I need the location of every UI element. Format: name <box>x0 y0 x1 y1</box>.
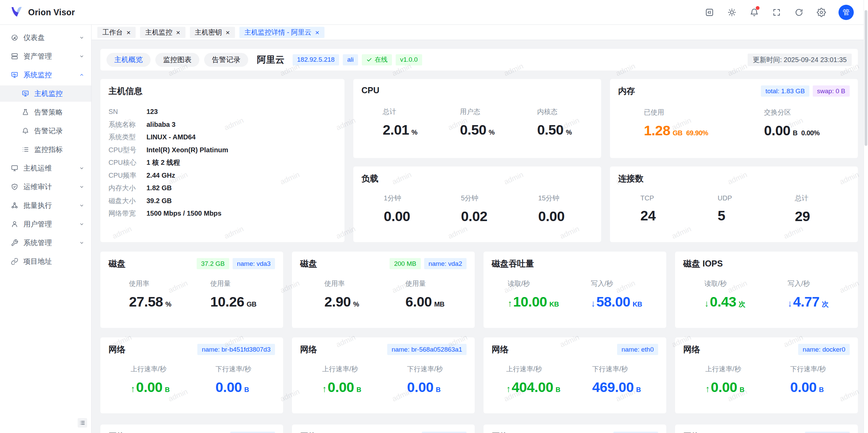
stat-label: 上行速率/秒 <box>322 365 361 374</box>
card-title: 网络 <box>108 431 125 433</box>
notifications-bell-icon[interactable] <box>747 5 761 19</box>
network-grid: 网络name: br-b451fd3807d3上行速率/秒↑0.00B下行速率/… <box>100 337 858 413</box>
sidebar-subitem[interactable]: 监控指标 <box>0 141 91 158</box>
disk-vda2-card: 磁盘200 MBname: vda2使用率2.90%使用量6.00MB <box>292 252 475 328</box>
stat-block: 内核态0.50% <box>537 107 572 138</box>
tab[interactable]: 主机密钥× <box>190 27 235 38</box>
chevron-down-icon <box>79 240 84 245</box>
sidebar-item[interactable]: 批量执行 <box>0 197 91 214</box>
stat: 读取/秒↑10.00KB <box>492 279 575 310</box>
scrollbar-track <box>864 0 868 433</box>
tab[interactable]: 工作台× <box>97 27 136 38</box>
stat-unit: B <box>165 386 170 394</box>
stat-block: 读取/秒↓0.43次 <box>705 279 745 310</box>
sidebar-collapse-button[interactable] <box>78 418 87 428</box>
sidebar-subitem[interactable]: 告警策略 <box>0 104 91 120</box>
arrow-up-icon: ↑ <box>131 384 135 394</box>
stat-number: 0.00 <box>711 379 737 395</box>
tab[interactable]: 主机监控× <box>140 27 185 38</box>
card-stats: 已使用1.28GB69.90%交换分区0.00B0.00% <box>618 97 850 152</box>
code-square-icon[interactable] <box>702 5 716 19</box>
card-badge <box>422 432 467 433</box>
tab-close-icon[interactable]: × <box>176 29 180 36</box>
stat-number: 24 <box>640 208 656 224</box>
stat-number: 4.77 <box>793 294 820 310</box>
brand[interactable]: Orion Visor <box>10 5 75 19</box>
stat: 已使用1.28GB69.90% <box>618 108 734 139</box>
avatar[interactable]: 管 <box>839 5 854 20</box>
host-info-row: SN123 <box>108 105 336 118</box>
stat-unit: B <box>555 386 560 394</box>
host-info-value: LINUX - AMD64 <box>146 133 196 141</box>
stat-unit: % <box>353 300 359 308</box>
tab-label: 工作台 <box>102 28 123 37</box>
settings-gear-icon[interactable] <box>814 5 828 19</box>
host-info-rows: SN123系统名称alibaba 3系统类型LINUX - AMD64CPU型号… <box>108 105 336 220</box>
tabbar: 工作台×主机监控×主机密钥×主机监控详情 - 阿里云× <box>92 25 868 40</box>
host-info-value: 39.2 GB <box>146 197 172 205</box>
load-card: 负载1分钟0.005分钟0.0215分钟0.00 <box>353 166 601 242</box>
disk-grid: 磁盘37.2 GBname: vda3使用率27.58%使用量10.26GB磁盘… <box>100 252 858 328</box>
sidebar-item[interactable]: 仪表盘 <box>0 29 91 46</box>
stat-number: 6.00 <box>406 294 432 310</box>
tab-close-icon[interactable]: × <box>315 29 319 36</box>
sidebar-subitem[interactable]: 主机监控 <box>0 85 91 102</box>
sidebar-item-label: 批量执行 <box>23 201 52 210</box>
flask-icon <box>22 109 29 116</box>
card-head: 磁盘吞吐量 <box>492 258 658 269</box>
stat-block: 交换分区0.00B0.00% <box>764 108 820 139</box>
sidebar-item[interactable]: 系统监控 <box>0 67 91 83</box>
stat-label: 上行速率/秒 <box>705 365 744 374</box>
arrow-up-icon: ↑ <box>322 384 327 394</box>
card-head: 网络name: br-568a052863a1 <box>300 344 467 355</box>
stat: 下行速率/秒0.00B <box>767 365 850 395</box>
fullscreen-icon[interactable] <box>769 5 784 19</box>
stat-number: 0.43 <box>710 294 736 310</box>
stat-value: ↑0.00B <box>322 379 361 395</box>
sidebar-item[interactable]: 项目地址 <box>0 253 91 270</box>
card-stats: 总计2.01%用户态0.50%内核态0.50% <box>361 95 593 152</box>
view-tab-alerts[interactable]: 告警记录 <box>204 53 248 67</box>
notification-dot <box>756 6 760 10</box>
stat: 交换分区0.00B0.00% <box>734 108 850 139</box>
disk-vda3-card: 磁盘37.2 GBname: vda3使用率27.58%使用量10.26GB <box>100 252 283 328</box>
sidebar-item[interactable]: 主机运维 <box>0 160 91 176</box>
stat-number: 1.28 <box>644 123 670 139</box>
chevron-down-icon <box>79 54 84 59</box>
stat-label: 使用率 <box>129 279 171 288</box>
tab[interactable]: 主机监控详情 - 阿里云× <box>239 27 324 38</box>
theme-brightness-icon[interactable] <box>725 5 739 19</box>
stat-label: 交换分区 <box>764 108 820 117</box>
card-title: 磁盘 IOPS <box>683 258 723 269</box>
sidebar-item[interactable]: 资产管理 <box>0 48 91 64</box>
host-info-value: 2.44 GHz <box>146 172 175 179</box>
topbar-actions: 管 <box>702 5 858 20</box>
tab-label: 主机密钥 <box>195 28 222 37</box>
sidebar-item[interactable]: 运维审计 <box>0 179 91 195</box>
partial-card: 网络 <box>484 425 666 433</box>
stat-number: 0.50 <box>460 122 486 138</box>
stat-label: 读取/秒 <box>508 279 559 288</box>
tab-close-icon[interactable]: × <box>126 29 131 36</box>
view-tab-overview[interactable]: 主机概览 <box>106 53 151 67</box>
stat-block: 总计29 <box>795 194 827 224</box>
stat-unit: GB <box>673 129 683 137</box>
stat: 下行速率/秒469.00B <box>575 365 658 395</box>
sidebar: 仪表盘资产管理系统监控主机监控告警策略告警记录监控指标主机运维运维审计批量执行用… <box>0 25 92 433</box>
tab-close-icon[interactable]: × <box>226 29 230 36</box>
scrollbar-thumb[interactable] <box>865 10 867 146</box>
stat-value: 0.50% <box>537 122 572 138</box>
card-badge: name: eth0 <box>617 344 658 355</box>
sidebar-item[interactable]: 系统管理 <box>0 235 91 251</box>
view-tab-charts[interactable]: 监控图表 <box>155 53 199 67</box>
stat-label: 用户态 <box>460 107 494 116</box>
sidebar-item[interactable]: 用户管理 <box>0 216 91 232</box>
app-title: Orion Visor <box>28 7 75 17</box>
stat-number: 2.90 <box>324 294 351 310</box>
card-stats: 读取/秒↑10.00KB写入/秒↓58.00KB <box>492 269 658 321</box>
sidebar-subitem[interactable]: 告警记录 <box>0 123 91 139</box>
arrow-down-icon: ↓ <box>788 298 792 309</box>
refresh-icon[interactable] <box>792 5 806 19</box>
chevron-down-icon <box>79 203 84 208</box>
stat-unit: B <box>436 386 440 394</box>
